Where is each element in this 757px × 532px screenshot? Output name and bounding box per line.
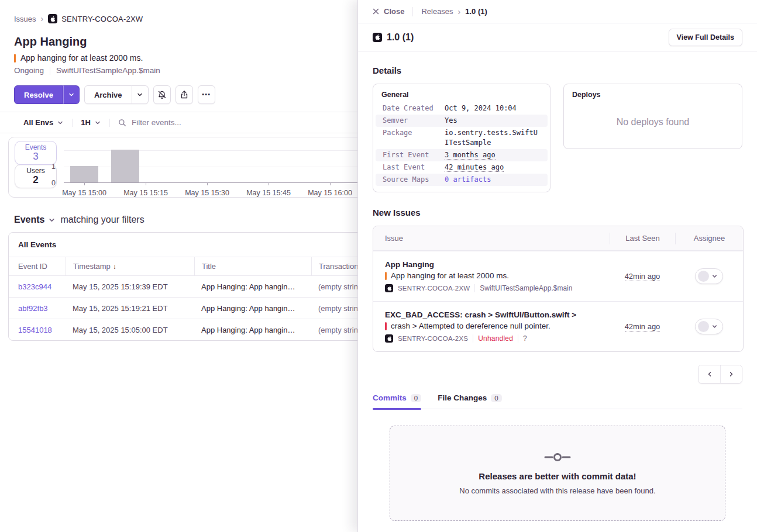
previous-page-button[interactable] bbox=[698, 365, 720, 383]
event-title: App Hanging: App hangin… bbox=[194, 282, 311, 291]
tab-bar: Commits 0 File Changes 0 bbox=[373, 393, 742, 409]
apple-platform-icon bbox=[385, 334, 393, 343]
sentry-app: Issues › SENTRY-COCOA-2XW App Hanging Ap… bbox=[0, 0, 757, 532]
detail-row: Source Maps 0 artifacts bbox=[376, 174, 548, 186]
resolve-dropdown-button[interactable] bbox=[63, 85, 80, 104]
column-title: Title bbox=[194, 257, 311, 275]
events-dropdown-trigger[interactable] bbox=[48, 216, 56, 224]
detail-row: Package io.sentry.tests.SwiftUITestSampl… bbox=[376, 127, 548, 149]
commits-count-badge: 0 bbox=[411, 394, 421, 402]
environment-filter-label: All Envs bbox=[23, 118, 53, 127]
drawer-header: Close Releases › 1.0 (1) bbox=[358, 0, 757, 23]
events-stat-label: Events bbox=[25, 143, 47, 151]
more-actions-button[interactable]: ⋯ bbox=[198, 85, 215, 104]
avatar bbox=[698, 321, 709, 332]
detail-row: First Event 3 months ago bbox=[376, 149, 548, 161]
commit-icon bbox=[544, 451, 571, 463]
issue-message-text: App hanging for at least 2000 ms. bbox=[20, 53, 143, 63]
filter-events-input[interactable] bbox=[132, 118, 284, 127]
file-changes-count-badge: 0 bbox=[491, 394, 501, 402]
issue-status: Ongoing bbox=[14, 66, 44, 75]
archive-button[interactable]: Archive bbox=[84, 85, 132, 104]
next-page-button[interactable] bbox=[720, 365, 742, 383]
details-heading: Details bbox=[373, 65, 742, 75]
column-timestamp[interactable]: Timestamp↓ bbox=[66, 257, 194, 275]
pagination bbox=[373, 365, 742, 384]
issue-transaction: SwiftUITestSampleApp.$main bbox=[56, 66, 160, 75]
event-timestamp: May 15, 2025 15:19:39 EDT bbox=[66, 282, 194, 291]
environment-filter[interactable]: All Envs bbox=[23, 118, 64, 127]
search-icon bbox=[118, 119, 126, 127]
last-event-relative-time: 42 minutes ago bbox=[445, 163, 504, 172]
issue-transaction: SwiftUITestSampleApp.$main bbox=[480, 284, 572, 292]
x-axis-label: May 15 16:00 bbox=[300, 189, 360, 197]
new-issue-row: App Hanging App hanging for at least 200… bbox=[373, 251, 743, 301]
divider bbox=[474, 284, 475, 292]
event-timestamp: May 15, 2025 15:19:21 EDT bbox=[66, 304, 194, 313]
share-button[interactable] bbox=[176, 85, 193, 104]
archive-dropdown-button[interactable] bbox=[132, 85, 149, 104]
level-indicator bbox=[385, 272, 387, 280]
tab-commits-label: Commits bbox=[373, 393, 407, 402]
deploys-card: Deploys No deploys found bbox=[563, 84, 742, 149]
resolve-button[interactable]: Resolve bbox=[14, 85, 63, 104]
level-indicator bbox=[385, 322, 387, 330]
assignee-dropdown[interactable] bbox=[695, 319, 723, 334]
events-stat-toggle[interactable]: Events 3 bbox=[15, 141, 57, 165]
deploys-empty-text: No deploys found bbox=[572, 102, 734, 142]
detail-row: Semver Yes bbox=[376, 115, 548, 127]
assignee-dropdown[interactable] bbox=[695, 268, 723, 284]
detail-row: Last Event 42 minutes ago bbox=[376, 161, 548, 174]
empty-state-title: Releases are better with commit data! bbox=[479, 471, 636, 481]
x-axis-label: May 15 15:15 bbox=[115, 189, 176, 197]
issue-title-link[interactable]: EXC_BAD_ACCESS: crash > SwiftUI/Button.s… bbox=[385, 310, 605, 319]
tab-commits[interactable]: Commits 0 bbox=[373, 393, 421, 409]
y-axis-label: 0 bbox=[43, 178, 56, 188]
divider bbox=[50, 67, 50, 75]
issue-title-link[interactable]: App Hanging bbox=[385, 260, 605, 269]
tab-file-changes[interactable]: File Changes 0 bbox=[438, 393, 501, 409]
chevron-left-icon bbox=[706, 371, 713, 378]
event-id-link[interactable]: b323c944 bbox=[18, 282, 51, 291]
events-heading-label: Events bbox=[14, 215, 44, 225]
x-axis-label: May 15 15:30 bbox=[177, 189, 238, 197]
column-event-id: Event ID bbox=[9, 257, 66, 275]
details-grid: General Date Created Oct 9, 2024 10:04 S… bbox=[373, 84, 742, 192]
event-title: App Hanging: App hangin… bbox=[194, 304, 311, 313]
ellipsis-icon: ⋯ bbox=[202, 89, 211, 100]
commits-empty-state: Releases are better with commit data! No… bbox=[390, 426, 725, 521]
event-id-link[interactable]: 15541018 bbox=[18, 326, 52, 334]
apple-platform-icon bbox=[373, 33, 382, 42]
view-full-details-button[interactable]: View Full Details bbox=[669, 29, 742, 46]
chevron-down-icon bbox=[94, 119, 101, 126]
release-version: 1.0 (1) bbox=[387, 32, 414, 43]
chevron-down-icon bbox=[711, 323, 718, 330]
chevron-right-icon: › bbox=[41, 15, 44, 23]
issue-message-text: crash > Attempted to dereference null po… bbox=[391, 322, 550, 330]
chevron-down-icon bbox=[711, 273, 718, 279]
x-axis-tick bbox=[330, 183, 331, 185]
artifacts-link[interactable]: 0 artifacts bbox=[445, 175, 491, 184]
x-axis-tick bbox=[84, 183, 85, 185]
time-period-filter[interactable]: 1H bbox=[81, 118, 101, 127]
breadcrumb-issues-link[interactable]: Issues bbox=[14, 15, 36, 23]
sort-desc-icon: ↓ bbox=[113, 262, 116, 271]
breadcrumb-short-id: SENTRY-COCOA-2XW bbox=[61, 15, 143, 23]
deploys-card-title: Deploys bbox=[572, 91, 734, 102]
column-issue: Issue bbox=[373, 233, 610, 244]
unknown-handled-tag: ? bbox=[523, 334, 527, 343]
release-crumb-current: 1.0 (1) bbox=[465, 7, 487, 16]
drawer-close-button[interactable]: Close bbox=[373, 7, 404, 16]
chevron-right-icon: › bbox=[458, 8, 461, 16]
mute-button[interactable] bbox=[153, 85, 171, 104]
event-id-link[interactable]: abf92fb3 bbox=[18, 304, 48, 313]
general-card: General Date Created Oct 9, 2024 10:04 S… bbox=[373, 84, 550, 192]
events-heading-suffix: matching your filters bbox=[60, 215, 144, 225]
releases-crumb-link[interactable]: Releases bbox=[421, 7, 453, 16]
apple-platform-icon bbox=[48, 14, 57, 23]
divider bbox=[72, 119, 73, 127]
drawer-breadcrumb: Releases › 1.0 (1) bbox=[421, 7, 487, 16]
detail-row: Date Created Oct 9, 2024 10:04 bbox=[376, 102, 548, 115]
event-count-bar bbox=[70, 166, 98, 182]
new-issues-heading: New Issues bbox=[373, 208, 742, 217]
